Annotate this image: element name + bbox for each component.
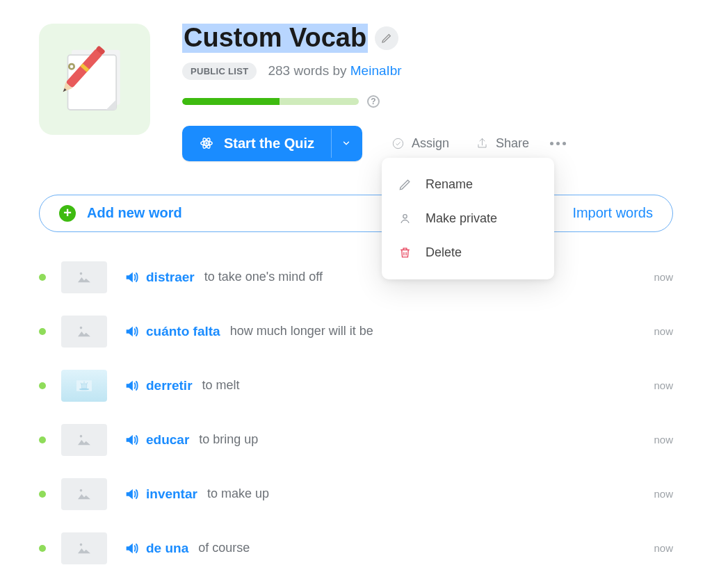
word-thumbnail[interactable] — [61, 424, 107, 456]
word-definition: to bring up — [199, 432, 645, 447]
play-audio-button[interactable] — [124, 378, 139, 393]
image-placeholder-icon — [76, 434, 92, 446]
notebook-pencil-icon — [56, 41, 133, 117]
word-term[interactable]: derretir — [146, 378, 193, 393]
word-thumbnail[interactable] — [61, 316, 107, 348]
word-row: de una of course now — [39, 521, 673, 575]
word-term[interactable]: distraer — [146, 270, 195, 285]
quiz-dropdown-button[interactable] — [331, 129, 362, 158]
assign-button[interactable]: Assign — [386, 131, 455, 156]
play-audio-button[interactable] — [124, 541, 139, 556]
dot-icon — [550, 142, 553, 145]
assign-label: Assign — [412, 136, 449, 151]
start-quiz-button[interactable]: Start the Quiz — [182, 126, 331, 161]
word-count-text: 283 words by MeinaIbr — [268, 63, 401, 79]
status-dot — [39, 545, 46, 552]
dropdown-delete[interactable]: Delete — [382, 236, 554, 270]
play-audio-button[interactable] — [124, 487, 139, 502]
word-thumbnail[interactable] — [61, 478, 107, 510]
pencil-icon — [381, 33, 392, 44]
dropdown-make-private[interactable]: Make private — [382, 202, 554, 236]
word-timestamp: now — [654, 325, 673, 337]
word-definition: of course — [198, 541, 645, 555]
progress-fill — [182, 98, 280, 105]
word-count-prefix: 283 words by — [268, 63, 350, 78]
trash-icon — [398, 246, 412, 259]
dot-icon — [556, 142, 560, 145]
word-term[interactable]: educar — [146, 432, 189, 448]
progress-bar — [182, 98, 359, 105]
word-timestamp: now — [654, 488, 673, 500]
svg-point-14 — [79, 388, 90, 390]
progress-help-button[interactable]: ? — [367, 95, 380, 108]
share-button[interactable]: Share — [470, 131, 535, 156]
status-dot — [39, 382, 46, 389]
dropdown-make-private-label: Make private — [426, 211, 497, 226]
start-quiz-label: Start the Quiz — [224, 136, 314, 152]
author-link[interactable]: MeinaIbr — [350, 63, 402, 78]
word-timestamp: now — [654, 379, 673, 391]
word-timestamp: now — [654, 542, 673, 554]
play-audio-button[interactable] — [124, 324, 139, 339]
pencil-icon — [398, 178, 412, 191]
speaker-icon — [124, 487, 139, 502]
image-placeholder-icon — [76, 542, 92, 555]
import-words-button[interactable]: Import words — [572, 205, 653, 221]
image-placeholder-icon — [76, 488, 92, 500]
word-timestamp: now — [654, 271, 673, 283]
status-dot — [39, 436, 46, 443]
more-dropdown: Rename Make private Delete — [382, 158, 554, 279]
meta-row: PUBLIC LIST 283 words by MeinaIbr — [182, 63, 673, 80]
word-timestamp: now — [654, 434, 673, 446]
play-audio-button[interactable] — [124, 432, 139, 448]
word-term[interactable]: de una — [146, 541, 188, 556]
word-row: inventar to make up now — [39, 467, 673, 521]
progress-row: ? — [182, 95, 673, 108]
word-term[interactable]: inventar — [146, 487, 197, 502]
add-word-bar: + Add new word Import words — [39, 195, 673, 232]
word-thumbnail[interactable] — [61, 261, 107, 293]
atom-icon — [199, 136, 214, 151]
list-title: Custom Vocab — [182, 24, 368, 53]
speaker-icon — [124, 541, 139, 556]
dropdown-delete-label: Delete — [426, 245, 462, 260]
word-row: educar to bring up now — [39, 413, 673, 467]
word-list: distraer to take one's mind off now cuán… — [0, 250, 712, 575]
edit-title-button[interactable] — [375, 26, 398, 50]
more-menu-button[interactable] — [544, 138, 572, 149]
svg-rect-15 — [81, 384, 86, 389]
word-definition: how much longer will it be — [230, 324, 646, 338]
add-word-label: Add new word — [87, 205, 182, 221]
title-row: Custom Vocab — [182, 24, 673, 53]
play-audio-button[interactable] — [124, 270, 139, 285]
add-word-button[interactable]: + Add new word — [59, 205, 182, 222]
start-quiz-button-group: Start the Quiz — [182, 126, 362, 161]
status-dot — [39, 274, 46, 281]
ice-melting-icon — [76, 379, 92, 392]
status-dot — [39, 328, 46, 335]
word-row: derretir to melt now — [39, 359, 673, 413]
word-definition: to make up — [207, 487, 646, 501]
dropdown-rename[interactable]: Rename — [382, 168, 554, 202]
image-placeholder-icon — [76, 325, 92, 338]
word-thumbnail[interactable] — [61, 370, 107, 402]
image-placeholder-icon — [76, 271, 92, 284]
word-row: distraer to take one's mind off now — [39, 250, 673, 304]
speaker-icon — [124, 270, 139, 285]
status-dot — [39, 491, 46, 498]
dropdown-rename-label: Rename — [426, 177, 473, 192]
svg-point-12 — [403, 214, 407, 218]
chevron-down-icon — [341, 138, 351, 148]
word-definition: to melt — [202, 378, 646, 393]
dot-icon — [563, 142, 566, 145]
list-cover-icon — [39, 24, 150, 135]
share-icon — [476, 137, 489, 150]
word-term[interactable]: cuánto falta — [146, 324, 220, 339]
assign-icon — [391, 137, 405, 150]
word-thumbnail[interactable] — [61, 532, 107, 564]
visibility-badge: PUBLIC LIST — [182, 63, 257, 80]
action-row: Start the Quiz Assign Share — [182, 126, 673, 161]
share-label: Share — [496, 136, 529, 151]
speaker-icon — [124, 432, 139, 448]
person-icon — [398, 212, 412, 225]
